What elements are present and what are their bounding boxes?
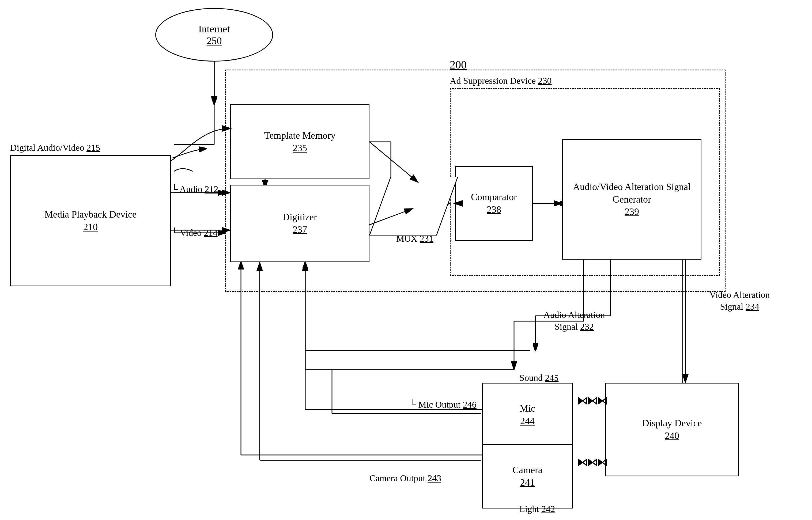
template-memory-box: Template Memory 235 <box>230 104 370 179</box>
av-alteration-number: 239 <box>563 206 701 218</box>
display-device-number: 240 <box>642 430 702 442</box>
comparator-box: Comparator 238 <box>455 166 533 241</box>
template-memory-label: Template Memory <box>264 129 335 142</box>
internet-label: Internet <box>198 23 230 35</box>
light-label: Light 242 <box>519 503 555 515</box>
digital-av-label: Digital Audio/Video 215 <box>10 142 100 154</box>
av-alteration-label: Audio/Video Alteration Signal Generator <box>563 181 701 206</box>
display-device-label: Display Device <box>642 417 702 430</box>
mic-label: Mic <box>519 402 535 415</box>
video-alteration-label: Video AlterationSignal 234 <box>709 289 770 313</box>
camera-sound-waves: ⧑⧑⧑ <box>577 455 607 470</box>
mux-shape <box>370 177 458 235</box>
media-playback-number: 210 <box>45 221 136 233</box>
digitizer-number: 237 <box>283 224 317 236</box>
mic-number: 244 <box>519 415 535 427</box>
digitizer-label: Digitizer <box>283 211 317 224</box>
template-memory-number: 235 <box>264 142 335 154</box>
av-alteration-box: Audio/Video Alteration Signal Generator … <box>562 139 702 260</box>
internet-node: Internet 250 <box>155 8 273 61</box>
video-signal-label: └ Video 214 <box>171 227 218 239</box>
audio-signal-label: └ Audio 212 <box>171 183 218 195</box>
mic-box: Mic 244 <box>482 383 573 447</box>
camera-output-label: Camera Output 243 <box>370 472 441 484</box>
comparator-number: 238 <box>471 203 517 216</box>
comparator-label: Comparator <box>471 191 517 203</box>
audio-alteration-label: Audio AlterationSignal 232 <box>543 309 605 333</box>
svg-marker-28 <box>370 177 458 235</box>
ad-suppression-label: Ad Suppression Device 230 <box>450 75 552 87</box>
mic-output-label: └ Mic Output 246 <box>410 399 477 411</box>
internet-number: 250 <box>198 35 230 47</box>
mic-sound-waves: ⧑⧑⧑ <box>577 393 607 408</box>
camera-label: Camera <box>512 464 542 476</box>
media-playback-label: Media Playback Device <box>45 208 136 221</box>
display-device-box: Display Device 240 <box>605 383 739 476</box>
camera-number: 241 <box>512 476 542 489</box>
media-playback-box: Media Playback Device 210 <box>10 155 171 286</box>
mux-label: MUX 231 <box>396 233 433 244</box>
diagram: Internet 250 200 Ad Suppression Device 2… <box>0 0 812 520</box>
digitizer-box: Digitizer 237 <box>230 185 370 262</box>
sound-label: Sound 245 <box>519 372 558 384</box>
camera-box: Camera 241 <box>482 444 573 509</box>
